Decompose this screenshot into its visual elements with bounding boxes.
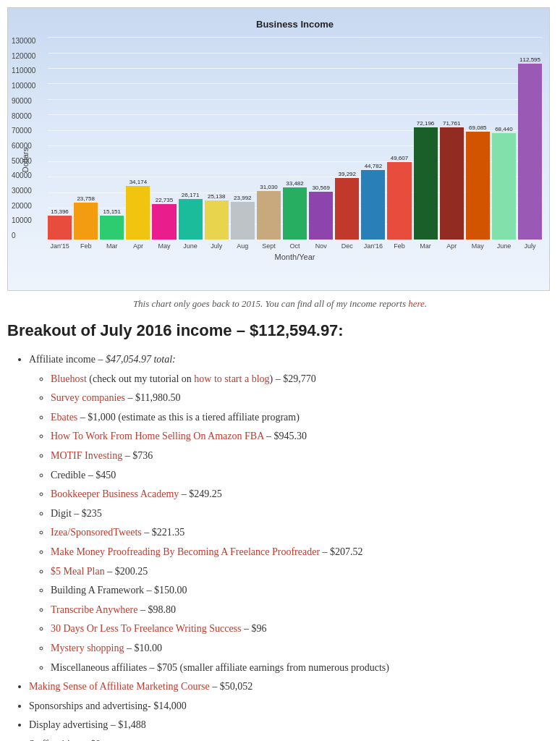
bar-group: 71,761 — [440, 120, 464, 240]
motif-link[interactable]: MOTIF Investing — [51, 450, 122, 461]
list-item: Bookkeeper Business Academy – $249.25 — [51, 485, 553, 504]
bar-group: 23,992 — [231, 195, 255, 240]
mystery-shopping-link[interactable]: Mystery shopping — [51, 643, 124, 653]
bar-group: 49,607 — [387, 155, 411, 240]
list-item: Mystery shopping – $10.00 — [51, 639, 553, 659]
msam-course-link[interactable]: Making Sense of Affiliate Marketing Cour… — [29, 681, 210, 692]
bar-group: 26,171 — [179, 192, 203, 240]
chart-title: Business Income — [48, 19, 542, 30]
list-item: Transcribe Anywhere – $98.80 — [51, 601, 553, 620]
list-item: Survey companies – $11,980.50 — [51, 389, 553, 408]
survey-companies-link[interactable]: Survey companies — [51, 392, 125, 403]
bars-wrapper: 15,39623,75815,15134,17422,73526,17125,1… — [48, 37, 542, 240]
ebates-link[interactable]: Ebates — [51, 412, 77, 423]
proofreader-link[interactable]: Make Money Proofreading By Becoming A Fr… — [51, 546, 320, 557]
income-reports-link[interactable]: here — [408, 298, 425, 309]
bar-group: 39,292 — [335, 171, 359, 240]
bar-group: 25,138 — [205, 193, 229, 240]
x-axis-labels: Jan'15FebMarAprMayJuneJulyAugSeptOctNovD… — [48, 242, 542, 250]
izea-link[interactable]: Izea/SponsoredTweets — [51, 527, 142, 538]
affiliate-sub-list: Bluehost (check out my tutorial on how t… — [29, 370, 553, 678]
chart-caption: This chart only goes back to 2015. You c… — [7, 298, 553, 310]
bar-group: 69,085 — [466, 124, 490, 240]
bar-group: 15,151 — [100, 208, 124, 240]
list-item: $5 Meal Plan – $200.25 — [51, 562, 553, 582]
list-item: How To Work From Home Selling On Amazon … — [51, 427, 553, 446]
affiliate-income-item: Affiliate income – $47,054.97 total: Blu… — [29, 350, 553, 677]
transcribe-link[interactable]: Transcribe Anywhere — [51, 604, 137, 615]
amazon-fba-link[interactable]: How To Work From Home Selling On Amazon … — [51, 431, 264, 441]
bar-group: 22,735 — [152, 197, 176, 240]
bar-group: 34,174 — [126, 179, 150, 240]
list-item: Bluehost (check out my tutorial on how t… — [51, 370, 553, 389]
list-item: MOTIF Investing – $736 — [51, 446, 553, 466]
list-item: Make Money Proofreading By Becoming A Fr… — [51, 543, 553, 562]
income-list: Affiliate income – $47,054.97 total: Blu… — [7, 350, 553, 741]
how-to-start-blog-link[interactable]: how to start a blog — [194, 373, 269, 384]
freelance-writing-link[interactable]: 30 Days Or Less To Freelance Writing Suc… — [51, 623, 242, 634]
msam-course-item: Making Sense of Affiliate Marketing Cour… — [29, 677, 553, 697]
bar-group: 15,396 — [48, 208, 72, 240]
bluehost-link[interactable]: Bluehost — [51, 373, 87, 384]
list-item: Miscellaneous affiliates – $705 (smaller… — [51, 659, 553, 678]
bar-group: 44,782 — [361, 163, 385, 240]
meal-plan-link[interactable]: $5 Meal Plan — [51, 566, 105, 577]
display-advertising-item: Display advertising – $1,488 — [29, 716, 553, 735]
list-item: Building A Framework – $150.00 — [51, 581, 553, 601]
bar-group: 23,758 — [74, 195, 98, 240]
chart-area: 0 10000 20000 30000 40000 50000 60000 70… — [48, 37, 542, 240]
bar-group: 33,482 — [283, 180, 307, 240]
bar-group: 68,440 — [492, 126, 516, 240]
bar-group: 72,196 — [414, 120, 438, 240]
bar-group: 112,595 — [518, 56, 542, 240]
list-item: Ebates – $1,000 (estimate as this is a t… — [51, 408, 553, 428]
sponsorships-item: Sponsorships and advertising- $14,000 — [29, 697, 553, 716]
breakout-heading: Breakout of July 2016 income – $112,594.… — [7, 321, 553, 340]
list-item: 30 Days Or Less To Freelance Writing Suc… — [51, 619, 553, 639]
bar-group: 31,030 — [257, 184, 281, 240]
list-item: Digit – $235 — [51, 504, 553, 524]
list-item: Credible – $450 — [51, 466, 553, 486]
staff-writing-item: Staff writing – $0 — [29, 735, 553, 741]
x-axis-title: Month/Year — [48, 253, 542, 261]
business-income-chart: Business Income Dollars 0 10000 20000 30… — [7, 7, 550, 291]
list-item: Izea/SponsoredTweets – $221.35 — [51, 523, 553, 543]
y-axis-labels: 0 10000 20000 30000 40000 50000 60000 70… — [12, 37, 35, 240]
bar-group: 30,569 — [309, 185, 333, 240]
bookkeeper-link[interactable]: Bookkeeper Business Academy — [51, 488, 179, 499]
